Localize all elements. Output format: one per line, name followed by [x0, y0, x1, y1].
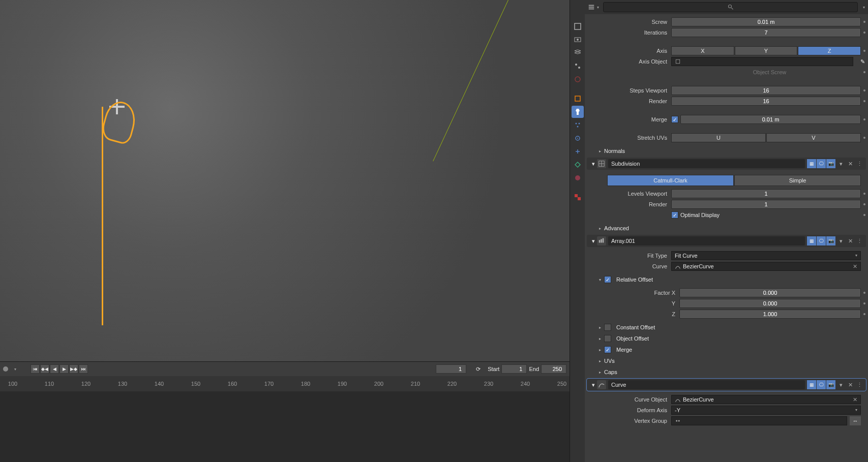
selected-curve-tail[interactable] — [102, 107, 137, 325]
mod-toggle-render[interactable]: 📷 — [826, 159, 835, 168]
simple-button[interactable]: Simple — [734, 175, 861, 186]
constraints-tab[interactable] — [572, 145, 584, 158]
vertex-group-field[interactable] — [671, 416, 847, 425]
properties-search[interactable] — [603, 2, 858, 12]
object-offset-section[interactable]: ▸ Object Offset — [585, 333, 868, 344]
deform-axis-dropdown[interactable]: -Y — [671, 406, 861, 415]
render-steps-field[interactable]: 16 — [671, 97, 861, 106]
mod-dropdown[interactable]: ▾ — [837, 236, 845, 245]
mod-toggle-render[interactable]: 📷 — [826, 380, 835, 389]
modifier-tab[interactable] — [572, 106, 584, 118]
constant-offset-section[interactable]: ▸ Constant Offset — [585, 322, 868, 333]
physics-tab[interactable] — [572, 132, 584, 144]
particles-tab[interactable] — [572, 119, 584, 131]
mod-toggle-editmode[interactable]: ▦ — [807, 159, 816, 168]
array-curve-field[interactable]: BezierCurve✕ — [671, 262, 861, 271]
caps-section[interactable]: ▸Caps — [585, 366, 868, 378]
mod-dropdown[interactable]: ▾ — [837, 159, 845, 168]
mod-toggle-editmode[interactable]: ▦ — [807, 236, 816, 245]
keyframe-prev-button[interactable]: ◆◀ — [40, 364, 49, 374]
array-name-field[interactable]: Array.001 — [608, 236, 805, 245]
jump-last-button[interactable]: ⏭ — [79, 364, 88, 374]
mod-toggle-realtime[interactable]: 🖵 — [817, 380, 826, 389]
caps-label: Caps — [604, 369, 617, 375]
play-button[interactable]: ▶ — [59, 364, 69, 374]
clear-curve[interactable]: ✕ — [853, 262, 857, 270]
axis-object-field[interactable] — [671, 57, 853, 66]
mod-toggle-realtime[interactable]: 🖵 — [817, 159, 826, 168]
subdivision-modifier-header[interactable]: ▾ Subdivision ▦ 🖵 📷 ▾ ✕ ⋮ — [587, 158, 866, 170]
stretch-u-button[interactable]: U — [671, 133, 766, 142]
svg-point-28 — [678, 420, 680, 422]
screw-value-field[interactable]: 0.01 m — [671, 17, 861, 26]
jump-first-button[interactable]: ⏮ — [31, 364, 40, 374]
auto-keying-toggle[interactable] — [3, 366, 8, 372]
mod-delete[interactable]: ✕ — [847, 159, 854, 168]
array-merge-section[interactable]: ▸ Merge — [585, 344, 868, 355]
axis-x-button[interactable]: X — [671, 46, 734, 55]
clear-curve-object[interactable]: ✕ — [853, 395, 857, 404]
material-tab[interactable] — [572, 172, 584, 184]
world-tab[interactable] — [572, 73, 584, 85]
curve-modifier-header[interactable]: ▾ Curve ▦ 🖵 📷 ▾ ✕ ⋮ — [587, 379, 866, 391]
timeline-ruler[interactable]: 100 110 120 130 140 150 160 170 180 190 … — [0, 376, 570, 391]
mod-extras[interactable]: ⋮ — [856, 236, 863, 245]
normals-section[interactable]: ▸Normals — [585, 145, 868, 157]
sync-icon[interactable]: ⟳ — [473, 366, 483, 373]
mod-delete[interactable]: ✕ — [847, 236, 854, 245]
factor-z-field[interactable]: 1.000 — [679, 310, 861, 319]
vgroup-invert[interactable]: ↔ — [850, 416, 861, 425]
mod-toggle-editmode[interactable]: ▦ — [807, 380, 816, 389]
mod-dropdown[interactable]: ▾ — [837, 380, 845, 389]
mod-extras[interactable]: ⋮ — [856, 380, 863, 389]
view-layer-tab[interactable] — [572, 47, 584, 59]
object-tab[interactable] — [572, 93, 584, 105]
render-tab[interactable] — [572, 20, 584, 33]
advanced-section[interactable]: ▸Advanced — [585, 223, 868, 234]
array-modifier-header[interactable]: ▾ Array.001 ▦ 🖵 📷 ▾ ✕ ⋮ — [587, 235, 866, 247]
relative-offset-section[interactable]: ▾ Relative Offset — [585, 274, 868, 285]
mod-extras[interactable]: ⋮ — [856, 159, 863, 168]
object-offset-checkbox[interactable] — [604, 335, 611, 342]
data-tab[interactable] — [572, 159, 584, 171]
optimal-display-checkbox[interactable] — [671, 211, 678, 219]
keying-dropdown[interactable]: ▾ — [14, 367, 16, 372]
play-reverse-button[interactable]: ◀ — [50, 364, 59, 374]
keyframe-next-button[interactable]: ▶◆ — [69, 364, 78, 374]
current-frame-field[interactable]: 1 — [436, 364, 466, 374]
curve-mod-name-field[interactable]: Curve — [608, 380, 805, 389]
subdiv-render-field[interactable]: 1 — [671, 200, 861, 209]
relative-offset-checkbox[interactable] — [604, 276, 611, 283]
mod-delete[interactable]: ✕ — [847, 380, 854, 389]
subdivision-name-field[interactable]: Subdivision — [608, 159, 805, 168]
axis-y-button[interactable]: Y — [735, 46, 798, 55]
texture-tab[interactable] — [572, 191, 584, 203]
factor-x-field[interactable]: 0.000 — [679, 288, 861, 297]
catmull-clark-button[interactable]: Catmull-Clark — [607, 175, 734, 186]
end-frame-field[interactable]: 250 — [541, 364, 566, 374]
axis-z-button[interactable]: Z — [798, 46, 861, 55]
iterations-field[interactable]: 7 — [671, 28, 861, 37]
array-merge-checkbox[interactable] — [604, 346, 611, 353]
3d-viewport[interactable] — [0, 0, 570, 361]
steps-viewport-field[interactable]: 16 — [671, 86, 861, 95]
factor-y-field[interactable]: 0.000 — [679, 299, 861, 308]
curve-object-field[interactable]: BezierCurve✕ — [671, 395, 861, 404]
mod-toggle-realtime[interactable]: 🖵 — [817, 236, 826, 245]
eyedropper-icon[interactable]: ✎ — [860, 58, 865, 65]
uvs-section[interactable]: ▸UVs — [585, 355, 868, 366]
merge-checkbox[interactable] — [671, 116, 678, 123]
svg-point-8 — [578, 123, 580, 125]
output-tab[interactable] — [572, 34, 584, 46]
fit-type-dropdown[interactable]: Fit Curve — [671, 251, 861, 260]
mod-toggle-render[interactable]: 📷 — [826, 236, 835, 245]
levels-viewport-field[interactable]: 1 — [671, 189, 861, 198]
timeline-scrub-area[interactable] — [0, 391, 570, 462]
scene-tab[interactable] — [572, 60, 584, 72]
constant-offset-checkbox[interactable] — [604, 324, 611, 331]
options-dropdown[interactable]: ▾ — [588, 4, 599, 11]
start-frame-field[interactable]: 1 — [501, 364, 527, 374]
merge-dist-field[interactable]: 0.01 m — [680, 115, 861, 124]
stretch-v-button[interactable]: V — [766, 133, 861, 142]
filter-dropdown[interactable]: ▾ — [863, 5, 865, 10]
